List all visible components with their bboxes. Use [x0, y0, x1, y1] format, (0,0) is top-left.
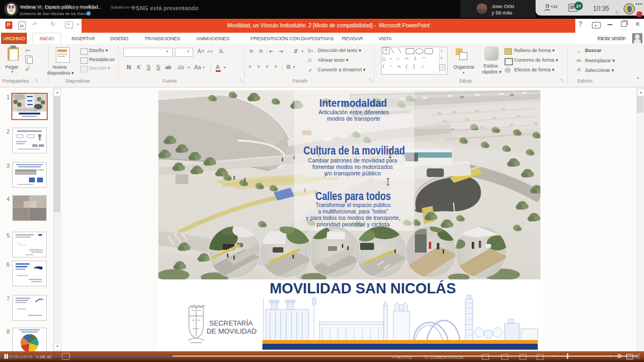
svg-text:DE MOVILIDAD: DE MOVILIDAD	[207, 327, 257, 335]
svg-text:+12: +12	[551, 4, 558, 9]
svg-text:Intermodaldad: Intermodaldad	[319, 97, 387, 109]
svg-text:modos de transporte: modos de transporte	[327, 115, 380, 122]
svg-text:a multifuncional, para "todos": a multifuncional, para "todos"	[318, 208, 389, 215]
svg-text:Cambiar patrones de movilidad: Cambiar patrones de movilidad para	[308, 157, 398, 164]
svg-text:SECRETARÍA: SECRETARÍA	[209, 319, 253, 327]
svg-text:y/o transporte público: y/o transporte público	[324, 170, 381, 176]
svg-text:fomentar modos no motorizados: fomentar modos no motorizados	[312, 164, 393, 170]
svg-text:Articulación entre diferentes: Articulación entre diferentes	[319, 109, 389, 115]
svg-text:Transformar el espacio público: Transformar el espacio público	[316, 202, 391, 208]
svg-text:Calles para todos: Calles para todos	[316, 189, 391, 203]
svg-text:MOVILIDAD SAN NICOLÁS: MOVILIDAD SAN NICOLÁS	[270, 280, 456, 297]
svg-text:y para todos los modos de tran: y para todos los modos de transporte,	[306, 215, 400, 221]
